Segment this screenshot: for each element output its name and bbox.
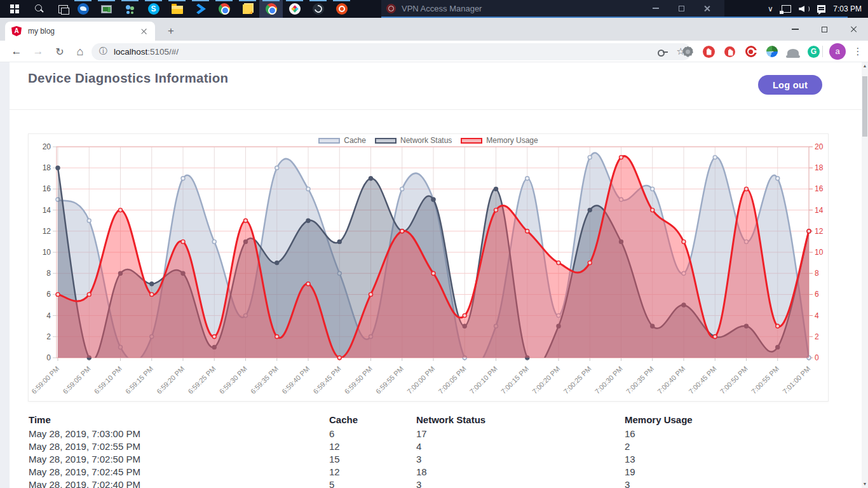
y-axis-label-right: 16 — [815, 184, 824, 193]
table-cell: May 28, 2019, 7:02:40 PM — [29, 479, 140, 488]
people-icon — [125, 4, 136, 14]
browser-minimize-button[interactable] — [780, 18, 810, 41]
orange-circle-icon — [336, 3, 348, 15]
data-point-Memory Usage — [807, 229, 811, 233]
legend-item[interactable]: Network Status — [375, 136, 452, 145]
gray-hat-icon — [787, 49, 799, 57]
tray-volume-button[interactable] — [795, 0, 813, 18]
extensions-row — [677, 41, 824, 62]
taskbar-app-dark-circle[interactable] — [306, 0, 330, 18]
table-cell: 12 — [329, 441, 340, 452]
extension-badge-button[interactable] — [677, 41, 698, 62]
vpn-maximize-button[interactable] — [668, 0, 694, 17]
extension-adblock-hand-small-button[interactable] — [719, 41, 740, 62]
scrollbar-thumb[interactable] — [862, 76, 867, 137]
taskbar-clock[interactable]: 7:03 PM — [829, 0, 868, 18]
taskbar-app-blue-bird[interactable] — [71, 0, 95, 18]
new-tab-button[interactable] — [163, 24, 179, 38]
taskbar-app-skype[interactable] — [142, 0, 165, 18]
x-axis-label: 7:00:50 PM — [719, 365, 749, 395]
page-info-icon[interactable] — [99, 46, 107, 57]
data-point-Cache — [400, 187, 404, 191]
taskbar-app-file-explorer[interactable] — [165, 0, 189, 18]
background-window-titlebar[interactable]: VPN Access Manager — [381, 0, 724, 17]
taskbar-app-slack[interactable] — [283, 0, 306, 18]
password-key-icon[interactable] — [658, 48, 668, 55]
action-center-button[interactable] — [813, 0, 829, 18]
data-point-Cache — [588, 156, 592, 159]
tray-network-button[interactable] — [778, 0, 795, 18]
extension-gray-hat-button[interactable] — [782, 41, 803, 62]
logout-button[interactable]: Log out — [758, 75, 822, 95]
taskbar-app-chrome[interactable] — [212, 0, 236, 18]
running-indicator — [262, 0, 280, 1]
diagnostics-line-chart[interactable]: 6:59:00 PM6:59:05 PM6:59:10 PM6:59:15 PM… — [29, 134, 828, 401]
legend-item[interactable]: Cache — [318, 136, 366, 145]
taskbar-app-orange-circle[interactable] — [330, 0, 353, 18]
taskbar-app-vscode[interactable] — [189, 0, 212, 18]
table-cell: 15 — [329, 454, 340, 464]
start-button[interactable] — [3, 0, 27, 18]
scrollbar-down-arrow[interactable] — [862, 480, 868, 488]
taskbar-app-chrome-active[interactable] — [259, 0, 283, 18]
data-point-Network Status — [494, 187, 498, 191]
table-header-1: Cache — [329, 414, 358, 425]
browser-menu-icon[interactable] — [850, 46, 866, 57]
legend-swatch — [318, 138, 340, 144]
y-axis-label-right: 10 — [815, 248, 824, 257]
table-row: May 28, 2019, 7:02:45 PM121819 — [0, 466, 851, 479]
header-divider — [10, 109, 862, 110]
chrome-icon — [266, 3, 277, 15]
windows-start-icon — [10, 4, 19, 13]
grammarly-icon — [808, 46, 820, 58]
data-point-Memory Usage — [306, 282, 310, 286]
running-indicator — [168, 0, 186, 1]
x-axis-label: 6:59:35 PM — [249, 365, 280, 395]
home-button[interactable] — [70, 41, 90, 62]
x-axis-label: 6:59:50 PM — [343, 365, 374, 395]
vpn-minimize-button[interactable] — [643, 0, 668, 17]
extension-download-manager-button[interactable] — [761, 41, 782, 62]
vpn-close-button[interactable] — [694, 0, 719, 17]
extension-target-c-button[interactable] — [740, 41, 761, 62]
data-point-Cache — [306, 187, 310, 191]
table-row: May 28, 2019, 7:03:00 PM61716 — [0, 428, 851, 441]
reload-button[interactable] — [50, 41, 70, 62]
scrollbar-up-arrow[interactable] — [862, 62, 868, 70]
page-scrollbar[interactable] — [862, 62, 868, 488]
x-axis-label: 7:01:00 PM — [781, 365, 811, 395]
taskbar-app-remote-monitor[interactable] — [95, 0, 118, 18]
chart-legend: CacheNetwork StatusMemory Usage — [29, 136, 828, 145]
taskbar-app-sticky-notes[interactable] — [236, 0, 259, 18]
taskbar-search-button[interactable] — [27, 0, 51, 18]
data-point-Network Status — [275, 261, 279, 265]
x-axis-label: 6:59:15 PM — [124, 365, 154, 395]
forward-button[interactable] — [28, 41, 48, 62]
browser-restore-button[interactable] — [810, 18, 839, 41]
tray-expand-button[interactable] — [763, 0, 778, 18]
taskbar-app-people[interactable] — [118, 0, 142, 18]
data-point-Network Status — [337, 240, 341, 243]
data-point-Memory Usage — [150, 292, 154, 296]
running-indicator — [98, 0, 115, 1]
restore-icon — [822, 27, 827, 32]
tab-close-icon[interactable] — [140, 28, 147, 35]
taskbar-apps — [71, 0, 353, 18]
minimize-icon — [792, 29, 799, 29]
remote-monitor-icon — [101, 5, 112, 13]
profile-avatar[interactable]: a — [829, 43, 846, 60]
dark-circle-icon — [313, 3, 324, 15]
x-axis-label: 7:00:40 PM — [656, 365, 686, 395]
extension-adblock-hand-button[interactable] — [698, 41, 719, 62]
table-cell: 5 — [329, 479, 334, 488]
address-bar[interactable]: localhost:5105/#/ — [92, 43, 691, 60]
url-text[interactable]: localhost:5105/#/ — [114, 47, 179, 57]
back-button[interactable] — [6, 41, 27, 62]
task-view-icon — [58, 5, 68, 13]
y-axis-label-left: 4 — [46, 311, 51, 320]
y-axis-label-left: 16 — [43, 184, 51, 193]
legend-item[interactable]: Memory Usage — [461, 136, 538, 145]
data-point-Network Status — [56, 166, 60, 170]
browser-close-button[interactable] — [839, 18, 868, 41]
browser-tab[interactable]: my blog — [5, 22, 155, 41]
